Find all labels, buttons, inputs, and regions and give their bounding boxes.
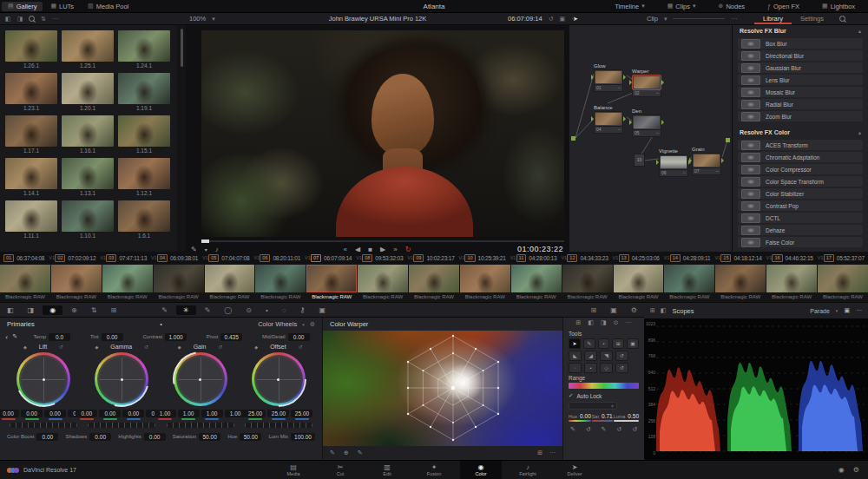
pin-b-tool[interactable]: •: [584, 363, 597, 373]
fx-item[interactable]: Box Blur: [738, 38, 863, 49]
clips-button[interactable]: ▦ Clips ▾: [661, 2, 702, 11]
wheel-value-box[interactable]: 0.00: [76, 410, 97, 417]
timeline-clip-thumbnail[interactable]: Blackmagic RAW: [255, 265, 306, 301]
gallery-still[interactable]: 1.6.1: [118, 200, 170, 240]
timeline-clip-marker[interactable]: 03 07:47:11:13 V1: [106, 254, 157, 262]
timeline-clip-thumbnail[interactable]: Blackmagic RAW: [766, 265, 817, 301]
reset-icon[interactable]: ↺: [59, 344, 63, 350]
node-cursor-tool[interactable]: ➤: [573, 13, 578, 24]
add-point-icon[interactable]: ⊕: [344, 449, 349, 456]
wheel-value[interactable]: 1.00: [201, 410, 223, 420]
reset-icon[interactable]: ↺: [218, 344, 222, 350]
timeline-clip-thumbnail[interactable]: Blackmagic RAW: [306, 265, 357, 301]
reset-icon[interactable]: ↺: [616, 426, 621, 433]
color-warper-icon[interactable]: ✳: [176, 305, 196, 315]
timeline-clip-thumbnail[interactable]: Blackmagic RAW: [154, 265, 204, 301]
video-frame[interactable]: [201, 30, 564, 237]
param-value[interactable]: 0.00: [144, 433, 166, 441]
lift-master-slider[interactable]: [10, 423, 77, 428]
pencil-icon[interactable]: ✎: [358, 449, 363, 456]
gallery-still[interactable]: 1.11.1: [5, 200, 57, 240]
node-clip-selector[interactable]: Clip ▾ ⋯: [647, 13, 737, 24]
tracker-icon[interactable]: ⊙: [239, 306, 259, 314]
wheel-value-box[interactable]: 0.00: [99, 410, 121, 417]
fx-item[interactable]: False Color: [738, 237, 863, 247]
fx-item[interactable]: Color Compressor: [738, 164, 863, 174]
info-icon[interactable]: ⚙: [624, 306, 644, 314]
sort-icon[interactable]: ⇅: [41, 16, 46, 23]
timeline-clip-thumbnail[interactable]: Blackmagic RAW: [0, 265, 50, 301]
wheel-value[interactable]: 1.00: [155, 410, 176, 420]
parade-scope[interactable]: 10238967686405123842561280: [644, 318, 868, 461]
sizing-palette-icon[interactable]: ▣: [312, 306, 332, 314]
node-input-port[interactable]: [571, 136, 575, 141]
wheel-value[interactable]: 25.00: [267, 410, 289, 420]
param-value[interactable]: 50.00: [240, 433, 261, 441]
color-node[interactable]: Glow 01 ◦◦: [594, 63, 623, 92]
fx-item[interactable]: Radial Blur: [738, 99, 863, 109]
param-value[interactable]: 50.00: [199, 433, 220, 441]
timeline-clip-marker[interactable]: 02 07:02:09:12 V1: [55, 254, 106, 262]
rgb-mixer-icon[interactable]: ⇅: [84, 306, 104, 314]
keyframes-icon[interactable]: ⊞: [584, 306, 604, 314]
param-value[interactable]: 0.0: [49, 333, 70, 341]
gallery-scrollbar[interactable]: [177, 25, 186, 252]
timeline-clip-thumbnail[interactable]: Blackmagic RAW: [205, 265, 255, 301]
lift-wheel[interactable]: [16, 352, 70, 406]
param-value[interactable]: 100.00: [291, 433, 315, 441]
wheel-value[interactable]: 0.00: [0, 410, 19, 420]
reset-icon[interactable]: ↺: [299, 344, 303, 350]
timeline-clip-marker[interactable]: 07 06:07:09:14 V1: [311, 254, 362, 262]
timeline-clip-thumbnail[interactable]: Blackmagic RAW: [715, 265, 766, 301]
fx-item[interactable]: Gaussian Blur: [738, 62, 863, 73]
gallery-still[interactable]: 1.13.1: [62, 158, 114, 197]
timeline-clip-thumbnail[interactable]: Blackmagic RAW: [409, 265, 459, 301]
wheel-value-box[interactable]: 0.00: [44, 410, 66, 417]
timeline-clip-marker[interactable]: 17 05:52:37:07 V1: [824, 254, 865, 262]
tab-settings[interactable]: Settings: [792, 13, 832, 24]
color-node[interactable]: Grain 07 ◦◦: [692, 147, 721, 175]
gallery-still[interactable]: 1.14.1: [5, 158, 57, 197]
more-icon[interactable]: ⋯: [549, 449, 556, 456]
bypass-icon[interactable]: ◐: [5, 334, 9, 340]
collapse-icon[interactable]: ▴: [858, 28, 861, 34]
expand-icon[interactable]: ▣: [844, 307, 850, 314]
param-value[interactable]: 0.00: [288, 333, 310, 341]
timeline-clip-thumbnail[interactable]: Blackmagic RAW: [664, 265, 714, 301]
timeline-clip-thumbnail[interactable]: Blackmagic RAW: [614, 265, 664, 301]
wheel-value[interactable]: 0.00: [122, 410, 144, 420]
timeline-clip-thumbnail[interactable]: Blackmagic RAW: [562, 265, 613, 301]
wheel-value-box[interactable]: 0.00: [0, 410, 19, 417]
gain-master-slider[interactable]: [167, 423, 234, 428]
picker-icon[interactable]: ✎: [330, 449, 335, 456]
wheel-value-box[interactable]: 1.00: [178, 410, 200, 417]
color-node[interactable]: Balance 04 ◦◦: [594, 105, 623, 134]
warp-reset-tool[interactable]: ↺: [615, 351, 628, 361]
wheel-value[interactable]: 1.00: [178, 410, 200, 420]
page-button[interactable]: ➤ Deliver: [554, 461, 595, 479]
hue-saturation-mesh[interactable]: [323, 331, 562, 446]
wheel-value-box[interactable]: 1.00: [155, 410, 176, 417]
luts-button[interactable]: ▦ LUTs: [44, 2, 80, 11]
param-value[interactable]: 1.000: [165, 333, 187, 341]
nodes-button[interactable]: ⊛ Nodes: [713, 2, 752, 11]
still-list-icon[interactable]: ◧: [5, 16, 11, 23]
color-node[interactable]: Warper 02 ◦◦: [632, 69, 661, 97]
reset-icon[interactable]: ↺: [586, 426, 591, 433]
tab-library[interactable]: Library: [754, 13, 792, 24]
wheel-value[interactable]: 0.00: [99, 410, 121, 420]
gallery-still[interactable]: 1.26.1: [5, 30, 57, 69]
scope-grid-icon[interactable]: ◧: [661, 307, 667, 314]
reset-icon[interactable]: ↺: [144, 344, 148, 350]
hue-value[interactable]: 0.00: [580, 413, 591, 419]
scope-layout-icon[interactable]: ⊞: [650, 307, 655, 314]
viewer-scrub-bar[interactable]: [201, 240, 564, 242]
timeline-clip-marker[interactable]: 14 04:28:09:11 V1: [670, 254, 721, 262]
gallery-still[interactable]: 1.24.1: [118, 30, 170, 69]
node-zoom-slider[interactable]: [673, 18, 725, 19]
timeline-clip-thumbnail[interactable]: Blackmagic RAW: [102, 265, 153, 301]
param-value[interactable]: 0.00: [102, 333, 123, 341]
gallery-still[interactable]: 1.10.1: [62, 200, 114, 240]
picker-icon[interactable]: ✎: [12, 333, 17, 340]
pin-tool[interactable]: •: [598, 338, 610, 349]
